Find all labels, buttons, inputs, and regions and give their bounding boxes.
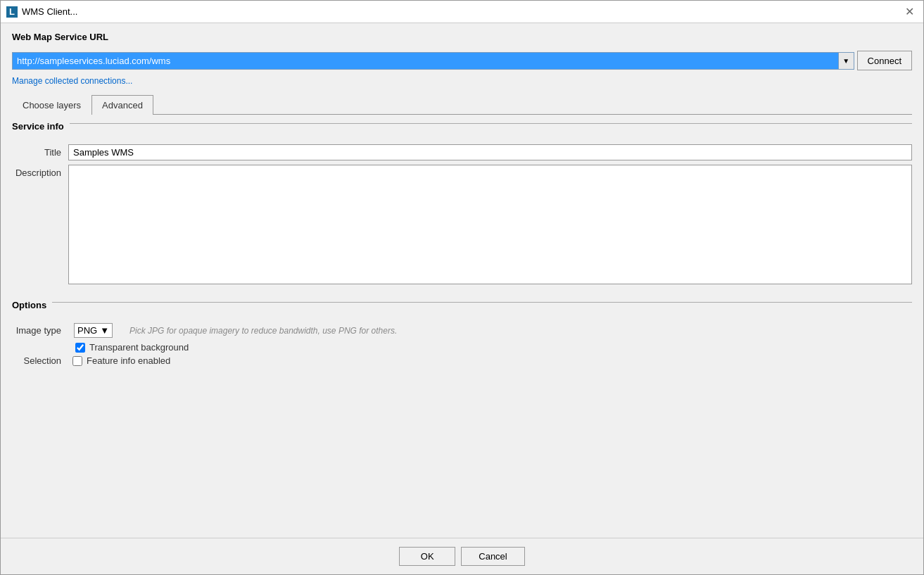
image-type-label: Image type — [12, 325, 68, 336]
options-section: Options Image type PNG ▼ Pick JPG for op… — [12, 302, 912, 369]
cancel-button[interactable]: Cancel — [461, 547, 524, 566]
tab-advanced[interactable]: Advanced — [91, 95, 153, 115]
url-dropdown-button[interactable]: ▼ — [838, 53, 854, 69]
title-input[interactable] — [68, 144, 912, 160]
close-button[interactable]: ✕ — [901, 4, 918, 20]
transparent-background-checkbox[interactable] — [75, 343, 85, 353]
feature-info-checkbox[interactable] — [72, 356, 82, 366]
image-type-hint: Pick JPG for opaque imagery to reduce ba… — [129, 326, 397, 336]
service-info-title: Service info — [12, 121, 70, 132]
bottom-bar: OK Cancel — [1, 538, 923, 574]
title-label: Title — [12, 144, 68, 158]
tab-choose-layers[interactable]: Choose layers — [12, 95, 91, 115]
description-textarea[interactable] — [68, 165, 912, 284]
image-type-value: PNG — [77, 325, 97, 336]
description-field-wrapper — [68, 165, 912, 286]
title-field-wrapper — [68, 144, 912, 160]
manage-connections-link[interactable]: Manage collected connections... — [12, 76, 912, 86]
window-icon: L — [6, 6, 18, 18]
window-title: WMS Client... — [22, 6, 77, 17]
selection-row: Selection Feature info enabled — [12, 355, 912, 366]
url-input-wrapper: ▼ — [12, 52, 854, 70]
image-type-chevron-icon: ▼ — [100, 325, 109, 336]
selection-label: Selection — [12, 355, 68, 366]
url-row: ▼ Connect — [12, 51, 912, 70]
title-bar: L WMS Client... ✕ — [1, 1, 923, 23]
description-label: Description — [12, 165, 68, 178]
ok-button[interactable]: OK — [399, 547, 455, 566]
main-content: Web Map Service URL ▼ Connect Manage col… — [1, 23, 923, 538]
tabs-row: Choose layers Advanced — [12, 94, 912, 115]
url-input[interactable] — [13, 53, 838, 69]
title-row: Title — [12, 144, 912, 160]
transparent-background-label: Transparent background — [89, 342, 189, 353]
url-section-label: Web Map Service URL — [12, 32, 912, 42]
feature-info-label: Feature info enabled — [87, 355, 170, 366]
description-row: Description — [12, 165, 912, 286]
title-bar-left: L WMS Client... — [6, 6, 77, 18]
service-info-section: Service info Title Description — [12, 123, 912, 291]
connect-button[interactable]: Connect — [857, 51, 912, 70]
image-type-row: Image type PNG ▼ Pick JPG for opaque ima… — [12, 323, 912, 338]
transparent-bg-row: Transparent background — [75, 342, 912, 353]
image-type-select[interactable]: PNG ▼ — [74, 323, 113, 338]
options-title: Options — [12, 300, 52, 310]
wms-client-window: L WMS Client... ✕ Web Map Service URL ▼ … — [0, 0, 924, 575]
